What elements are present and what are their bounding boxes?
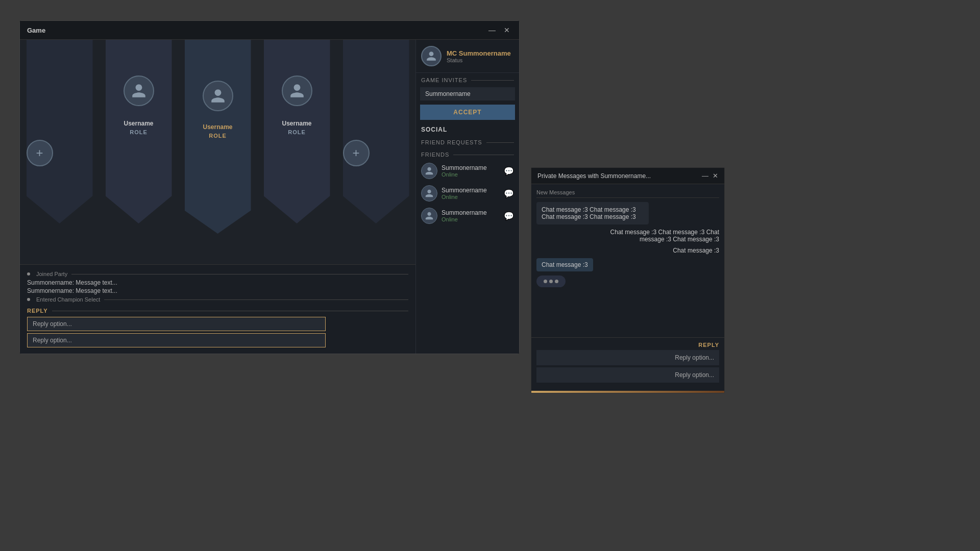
dot-3 xyxy=(555,280,558,283)
friend-item-3[interactable]: Summonername Online 💬 xyxy=(416,205,519,227)
reply-label: REPLY xyxy=(27,308,408,314)
game-window: Game — ✕ + xyxy=(19,20,520,354)
pm-minimize-button[interactable]: — xyxy=(702,172,708,180)
friend-requests-header: FRIEND REQUESTS xyxy=(416,135,519,147)
friend-name-2: Summonername xyxy=(442,187,500,194)
pm-title: Private Messages with Summonername... xyxy=(537,172,651,180)
pm-msg-left-1: Chat message :3 Chat message :3 Chat mes… xyxy=(536,202,649,224)
friend-avatar-1 xyxy=(421,163,437,179)
player-username-2: Username xyxy=(124,120,153,127)
pm-bottom-bar xyxy=(531,391,724,393)
plus-icon: + xyxy=(36,147,43,159)
player-username-4: Username xyxy=(282,120,311,127)
chat-dot xyxy=(27,272,30,276)
friend-item-2[interactable]: Summonername Online 💬 xyxy=(416,182,519,205)
player-avatar-3 xyxy=(203,81,233,111)
mc-info: MC Summonername Status xyxy=(447,49,511,63)
player-role-4: ROLE xyxy=(282,129,311,135)
player-avatar-2 xyxy=(124,76,154,106)
pm-reply-section: REPLY Reply option... Reply option... xyxy=(531,337,724,389)
chat-event-champion: Entered Champion Select xyxy=(27,296,408,303)
friend-avatar-2 xyxy=(421,185,437,202)
window-titlebar: Game — ✕ xyxy=(20,21,519,40)
window-body: + Username ROLE xyxy=(20,40,519,354)
party-slot-5: + xyxy=(336,40,415,223)
party-slot-1: + xyxy=(20,40,99,223)
friend-status-2: Online xyxy=(442,194,500,200)
chat-dot-2 xyxy=(27,298,30,301)
friends-header: FRIENDS xyxy=(416,147,519,160)
pm-chat-bubble: Chat message :3 xyxy=(536,258,593,271)
reply-option-2[interactable]: Reply option... xyxy=(27,333,326,347)
friend-info-2: Summonername Online xyxy=(442,187,500,200)
friend-status-1: Online xyxy=(442,171,500,178)
reply-option-1[interactable]: Reply option... xyxy=(27,317,326,331)
typing-indicator xyxy=(536,276,566,287)
pm-controls: — ✕ xyxy=(702,172,718,180)
friend-item-1[interactable]: Summonername Online 💬 xyxy=(416,160,519,182)
party-slot-3: Username ROLE xyxy=(178,40,257,234)
friend-name-3: Summonername xyxy=(442,209,500,216)
window-title: Game xyxy=(27,27,45,34)
mc-avatar xyxy=(421,46,442,66)
party-panel: + Username ROLE xyxy=(20,40,415,354)
accept-button[interactable]: ACCEPT xyxy=(420,105,515,120)
chat-message-2: Summonername: Message text... xyxy=(27,287,408,294)
pm-close-button[interactable]: ✕ xyxy=(713,172,718,180)
pm-msg-right-1: Chat message :3 Chat message :3 Chat mes… xyxy=(592,229,719,243)
chat-icon-1[interactable]: 💬 xyxy=(504,166,514,176)
pm-reply-option-2[interactable]: Reply option... xyxy=(536,367,719,383)
game-invites-header: GAME INVITES xyxy=(416,73,519,85)
minimize-button[interactable]: — xyxy=(486,26,498,34)
player-role-3: ROLE xyxy=(203,133,232,139)
chat-message-1: Summonername: Message text... xyxy=(27,279,408,286)
add-player-button-2[interactable]: + xyxy=(343,140,370,166)
pm-titlebar: Private Messages with Summonername... — … xyxy=(531,168,724,184)
friend-name-1: Summonername xyxy=(442,164,500,171)
pm-body: New Messages Chat message :3 Chat messag… xyxy=(531,184,724,337)
pm-msg-bubble-row: Chat message :3 xyxy=(536,258,719,271)
player-username-3: Username xyxy=(203,123,232,131)
chat-area: Joined Party Summonername: Message text.… xyxy=(20,264,415,354)
dot-2 xyxy=(549,280,553,283)
social-label: SOCIAL xyxy=(416,122,519,135)
party-slot-4: Username ROLE xyxy=(257,40,336,223)
pm-window: Private Messages with Summonername... — … xyxy=(531,167,725,393)
bubble-text: Chat message :3 xyxy=(542,261,588,268)
chat-icon-2[interactable]: 💬 xyxy=(504,189,514,198)
chat-log: Joined Party Summonername: Message text.… xyxy=(27,271,408,303)
mc-header: MC Summonername Status xyxy=(416,40,519,73)
mc-status: Status xyxy=(447,57,511,63)
player-avatar-4 xyxy=(282,76,312,106)
friend-status-3: Online xyxy=(442,216,500,222)
mc-name: MC Summonername xyxy=(447,49,511,57)
reply-section: REPLY Reply option... Reply option... xyxy=(27,308,408,347)
plus-icon-2: + xyxy=(352,147,359,159)
pm-msg-right-2: Chat message :3 xyxy=(673,247,719,254)
chat-event-joined: Joined Party xyxy=(27,271,408,277)
add-player-button-1[interactable]: + xyxy=(27,140,53,166)
friend-info-1: Summonername Online xyxy=(442,164,500,178)
pm-new-messages-label: New Messages xyxy=(536,189,719,198)
pm-reply-option-1[interactable]: Reply option... xyxy=(536,350,719,365)
friend-info-3: Summonername Online xyxy=(442,209,500,222)
close-button[interactable]: ✕ xyxy=(502,26,512,34)
player-role-2: ROLE xyxy=(124,129,153,135)
friend-avatar-3 xyxy=(421,208,437,224)
party-slots: + Username ROLE xyxy=(20,40,415,264)
pm-typing-row xyxy=(536,276,719,287)
pm-reply-label: REPLY xyxy=(536,342,719,348)
sidebar: MC Summonername Status GAME INVITES Summ… xyxy=(415,40,519,354)
chat-icon-3[interactable]: 💬 xyxy=(504,211,514,221)
invite-item: Summonername xyxy=(420,87,515,101)
dot-1 xyxy=(544,280,547,283)
window-controls: — ✕ xyxy=(486,26,512,34)
party-slot-2: Username ROLE xyxy=(99,40,178,223)
